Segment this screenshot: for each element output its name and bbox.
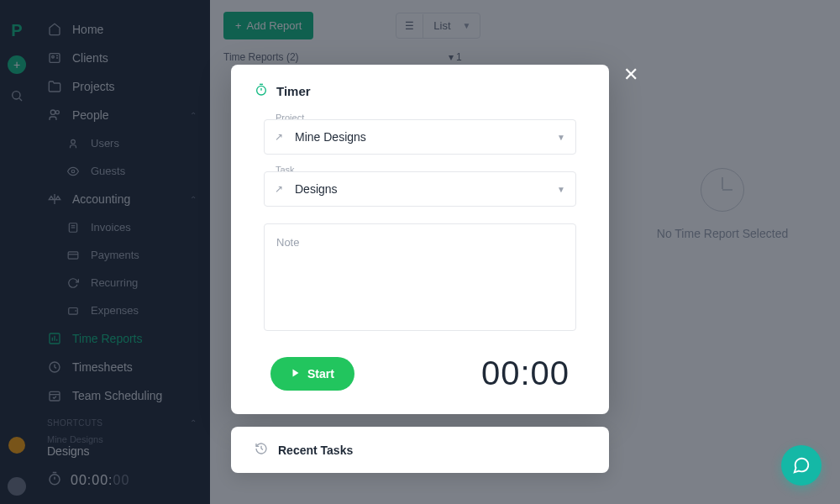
svg-marker-27 — [293, 369, 299, 376]
chevron-down-icon: ▼ — [557, 185, 565, 194]
start-button[interactable]: Start — [270, 357, 354, 391]
timer-modal: Timer Project ↗ Mine Designs ▼ Task ↗ De… — [231, 65, 609, 414]
play-icon — [291, 367, 301, 381]
external-link-icon: ↗ — [275, 131, 283, 143]
svg-line-29 — [261, 449, 263, 449]
svg-point-24 — [257, 86, 266, 95]
support-chat-button[interactable] — [781, 445, 822, 486]
recent-tasks-panel[interactable]: Recent Tasks — [231, 427, 609, 473]
external-link-icon: ↗ — [275, 183, 283, 195]
chevron-down-icon: ▼ — [557, 133, 565, 142]
stopwatch-icon — [255, 83, 268, 99]
task-select[interactable]: ↗ Designs ▼ — [264, 171, 576, 207]
note-input[interactable] — [264, 223, 576, 331]
modal-title: Timer — [255, 83, 585, 99]
project-select[interactable]: ↗ Mine Designs ▼ — [264, 119, 576, 155]
history-icon — [255, 442, 268, 458]
close-button[interactable]: ✕ — [623, 64, 638, 86]
time-display: 00 00:00 — [481, 354, 570, 392]
